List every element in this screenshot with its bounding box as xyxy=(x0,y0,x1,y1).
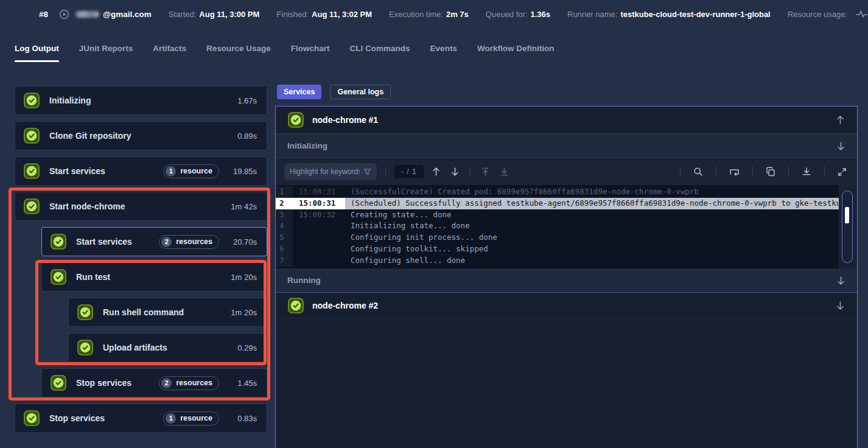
step-card-upload-artifacts[interactable]: Upload artifacts 0.29s xyxy=(68,333,267,362)
status-passed-icon xyxy=(24,93,40,108)
tab-log-output[interactable]: Log Output xyxy=(15,44,59,62)
step-label: Start services xyxy=(49,166,153,176)
step-card-start-node-chrome[interactable]: Start node-chrome 1m 42s xyxy=(15,192,267,221)
log-line-7[interactable]: 7Configuring shell... done xyxy=(276,255,839,267)
step-duration: 1.45s xyxy=(229,379,257,388)
step-label: Start services xyxy=(76,237,149,247)
user-email-suffix: @gmail.com xyxy=(103,10,152,19)
log-line-4[interactable]: 4Initializing state... done xyxy=(276,220,839,232)
status-passed-icon xyxy=(24,163,40,179)
line-text: Configuring toolkit... skipped xyxy=(345,243,839,255)
step-card-stop-services-nested[interactable]: Stop services 2 resources 1.45s xyxy=(41,368,267,397)
status-passed-icon xyxy=(51,375,66,391)
keyword-highlight-input[interactable] xyxy=(290,167,360,176)
toolbar-divider xyxy=(716,166,716,177)
resource-count-badge: 2 resources xyxy=(159,235,219,249)
service-header-node-chrome-2[interactable]: node-chrome #2 xyxy=(276,293,857,318)
status-passed-icon xyxy=(24,410,40,426)
tab-junit-reports[interactable]: JUnit Reports xyxy=(79,44,133,62)
expand-service-icon[interactable] xyxy=(836,301,845,310)
log-line-5[interactable]: 5Configuring init process... done xyxy=(276,232,839,243)
step-card-initializing[interactable]: Initializing 1.67s xyxy=(15,86,267,115)
queued-meta: Queued for:1.36s xyxy=(486,10,550,19)
services-log-panel: node-chrome #1 Initializing - / 1 xyxy=(275,106,858,448)
resource-word: resources xyxy=(176,379,212,387)
section-label: Running xyxy=(287,276,836,285)
line-text: Initializing state... done xyxy=(345,220,839,232)
service-header-node-chrome-1[interactable]: node-chrome #1 xyxy=(276,107,857,134)
resource-usage-waveform-icon[interactable] xyxy=(856,9,868,19)
scroll-to-bottom-icon[interactable] xyxy=(498,167,511,177)
step-label: Clone Git repository xyxy=(49,131,219,141)
line-text: (Scheduled) Successfully assigned testku… xyxy=(345,198,839,209)
step-label: Run shell command xyxy=(103,307,219,317)
scroll-to-top-icon[interactable] xyxy=(479,167,492,177)
resource-word: resource xyxy=(180,167,212,175)
collapse-service-icon[interactable] xyxy=(836,115,845,125)
execution-time-label: Execution time: xyxy=(389,10,443,19)
next-match-icon[interactable] xyxy=(449,167,461,177)
word-wrap-icon[interactable] xyxy=(727,167,741,177)
step-card-stop-services[interactable]: Stop services 1 resource 0.83s xyxy=(15,404,267,433)
tab-flowchart[interactable]: Flowchart xyxy=(291,44,330,62)
previous-match-icon[interactable] xyxy=(430,167,443,177)
expand-section-icon[interactable] xyxy=(836,276,845,285)
step-card-run-shell-command[interactable]: Run shell command 1m 20s xyxy=(68,298,267,327)
step-duration: 0.89s xyxy=(229,131,257,141)
execution-number: #8 xyxy=(39,10,48,19)
log-line-3[interactable]: 315:00:32Creating state... done xyxy=(276,209,839,221)
filter-funnel-icon xyxy=(363,168,371,176)
step-duration: 1m 20s xyxy=(229,308,257,317)
pill-general-logs[interactable]: General logs xyxy=(330,85,391,99)
toolbar-divider xyxy=(752,166,753,177)
resource-usage-label: Resource usage: xyxy=(788,10,847,19)
step-label: Run test xyxy=(76,272,219,282)
download-icon[interactable] xyxy=(800,167,813,177)
line-timestamp xyxy=(293,243,345,255)
section-running[interactable]: Running xyxy=(276,268,857,293)
runner-name-label: Runner name: xyxy=(567,10,617,19)
status-passed-icon xyxy=(77,304,93,320)
expand-section-icon[interactable] xyxy=(836,141,845,151)
line-number: 5 xyxy=(276,232,293,243)
copy-icon[interactable] xyxy=(764,167,777,177)
line-number: 3 xyxy=(276,209,293,221)
log-toolbar-actions xyxy=(677,166,849,177)
tab-resource-usage[interactable]: Resource Usage xyxy=(206,44,271,62)
line-timestamp: 15:00:31 xyxy=(293,186,345,198)
keyword-highlight-box[interactable] xyxy=(284,163,377,180)
step-duration: 1m 20s xyxy=(229,273,257,282)
resource-count-badge: 2 resources xyxy=(159,376,219,390)
started-meta: Started:Aug 11, 3:00 PM xyxy=(169,10,260,19)
log-line-1[interactable]: 115:00:31(SuccessfulCreate) Created pod:… xyxy=(276,186,839,198)
step-duration: 1m 42s xyxy=(229,202,257,211)
log-scrollbar-thumb[interactable] xyxy=(845,207,849,223)
tab-events[interactable]: Events xyxy=(430,44,457,62)
toolbar-divider xyxy=(788,166,789,177)
status-passed-icon xyxy=(288,112,304,128)
status-passed-icon xyxy=(24,128,40,144)
toolbar-divider xyxy=(385,166,386,177)
log-lines: 115:00:31(SuccessfulCreate) Created pod:… xyxy=(276,186,839,267)
step-card-clone-git-repository[interactable]: Clone Git repository 0.89s xyxy=(15,121,267,150)
tab-artifacts[interactable]: Artifacts xyxy=(153,44,186,62)
search-icon[interactable] xyxy=(691,167,705,177)
section-initializing[interactable]: Initializing xyxy=(276,134,857,158)
tab-cli-commands[interactable]: CLI Commands xyxy=(350,44,410,62)
log-line-2-highlighted[interactable]: 215:00:31(Scheduled) Successfully assign… xyxy=(276,198,839,209)
pill-services[interactable]: Services xyxy=(277,85,321,99)
execution-tab-bar: Log Output JUnit Reports Artifacts Resou… xyxy=(15,44,554,62)
step-card-run-test[interactable]: Run test 1m 20s xyxy=(41,262,267,292)
finished-value: Aug 11, 3:02 PM xyxy=(312,10,372,19)
line-timestamp: 15:00:31 xyxy=(293,198,345,209)
fullscreen-expand-icon[interactable] xyxy=(836,167,849,177)
section-label: Initializing xyxy=(287,141,836,150)
log-line-6[interactable]: 6Configuring toolkit... skipped xyxy=(276,243,839,255)
step-card-start-services-nested[interactable]: Start services 2 resources 20.70s xyxy=(41,227,267,256)
step-duration: 1.67s xyxy=(229,96,257,105)
tab-workflow-definition[interactable]: Workflow Definition xyxy=(477,44,555,62)
log-scrollbar-track[interactable] xyxy=(842,191,853,263)
workflow-steps-panel: Initializing 1.67s Clone Git repository … xyxy=(15,86,267,439)
execution-header: #8 @gmail.com Started:Aug 11, 3:00 PM Fi… xyxy=(0,0,868,28)
step-card-start-services[interactable]: Start services 1 resource 19.85s xyxy=(15,156,267,186)
